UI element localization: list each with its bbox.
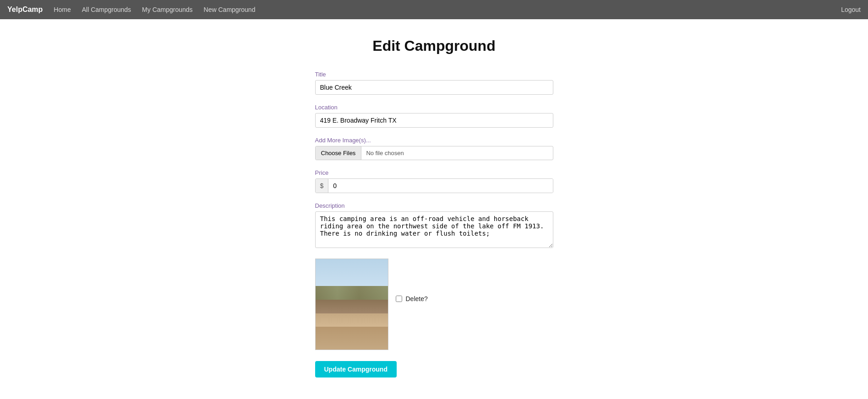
navbar-link-my-campgrounds[interactable]: My Campgrounds [142,6,193,13]
navbar: YelpCamp Home All Campgrounds My Campgro… [0,0,868,19]
title-group: Title [315,71,553,95]
navbar-link-home[interactable]: Home [54,6,71,13]
description-textarea[interactable]: This camping area is an off-road vehicle… [315,211,553,248]
delete-label: Delete? [406,295,428,302]
edit-campground-form: Title Location Add More Image(s)... Choo… [315,71,553,377]
description-group: Description This camping area is an off-… [315,202,553,249]
navbar-link-all-campgrounds[interactable]: All Campgrounds [82,6,131,13]
price-label: Price [315,169,553,176]
price-group: Price $ [315,169,553,193]
page-title: Edit Campground [315,38,553,54]
images-group: Add More Image(s)... Choose Files No fil… [315,137,553,160]
file-input-wrapper: Choose Files No file chosen [315,146,553,160]
location-input[interactable] [315,113,553,128]
image-preview-section: Delete? [315,259,553,350]
price-input[interactable] [328,179,552,193]
price-prefix: $ [316,179,329,193]
delete-checkbox-group: Delete? [396,295,428,302]
title-label: Title [315,71,553,78]
no-file-text: No file chosen [361,146,408,160]
images-label: Add More Image(s)... [315,137,553,144]
logout-link[interactable]: Logout [841,6,861,13]
campground-image-preview [315,259,388,350]
location-group: Location [315,104,553,128]
main-content: Edit Campground Title Location Add More … [306,19,562,399]
delete-checkbox[interactable] [396,296,402,302]
navbar-link-new-campground[interactable]: New Campground [204,6,256,13]
title-input[interactable] [315,80,553,95]
update-campground-button[interactable]: Update Campground [315,361,397,377]
location-label: Location [315,104,553,111]
navbar-brand[interactable]: YelpCamp [7,5,43,14]
choose-files-button[interactable]: Choose Files [316,146,362,160]
description-label: Description [315,202,553,209]
price-input-group: $ [315,178,553,193]
